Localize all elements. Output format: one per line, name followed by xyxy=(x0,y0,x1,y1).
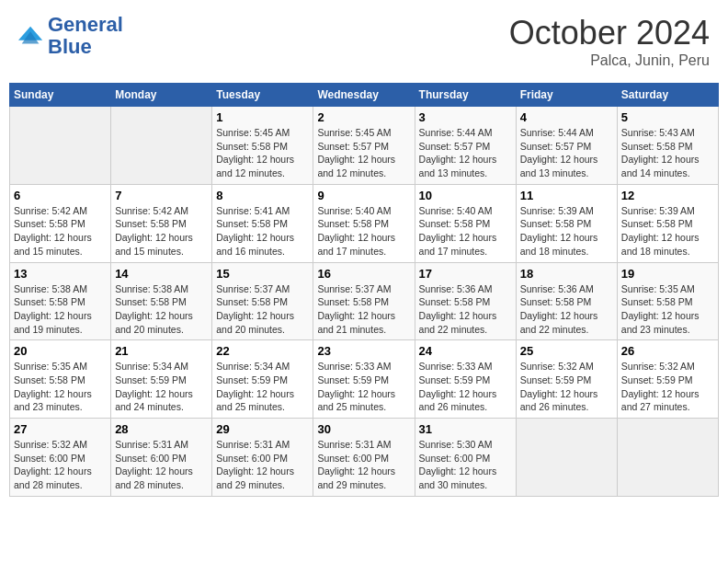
calendar-cell xyxy=(111,107,212,185)
title-block: October 2024 Palca, Junin, Peru xyxy=(509,14,710,69)
day-number: 10 xyxy=(419,189,512,202)
day-content: Sunrise: 5:34 AM Sunset: 5:59 PM Dayligh… xyxy=(115,360,208,414)
day-content: Sunrise: 5:31 AM Sunset: 6:00 PM Dayligh… xyxy=(216,438,309,492)
day-number: 13 xyxy=(14,267,107,281)
day-number: 21 xyxy=(115,344,208,358)
calendar-cell: 1Sunrise: 5:45 AM Sunset: 5:58 PM Daylig… xyxy=(212,107,313,185)
day-content: Sunrise: 5:44 AM Sunset: 5:57 PM Dayligh… xyxy=(520,126,613,180)
day-content: Sunrise: 5:40 AM Sunset: 5:58 PM Dayligh… xyxy=(419,204,512,259)
calendar-header: SundayMondayTuesdayWednesdayThursdayFrid… xyxy=(10,84,719,107)
calendar-table: SundayMondayTuesdayWednesdayThursdayFrid… xyxy=(9,83,719,497)
day-content: Sunrise: 5:31 AM Sunset: 6:00 PM Dayligh… xyxy=(317,438,410,492)
day-number: 4 xyxy=(520,110,613,124)
day-number: 5 xyxy=(621,110,714,124)
calendar-cell: 9Sunrise: 5:40 AM Sunset: 5:58 PM Daylig… xyxy=(313,184,415,262)
day-number: 30 xyxy=(317,422,410,436)
day-content: Sunrise: 5:37 AM Sunset: 5:58 PM Dayligh… xyxy=(216,282,309,337)
day-content: Sunrise: 5:39 AM Sunset: 5:58 PM Dayligh… xyxy=(520,204,613,259)
calendar-cell: 28Sunrise: 5:31 AM Sunset: 6:00 PM Dayli… xyxy=(111,419,212,497)
day-number: 18 xyxy=(520,267,613,281)
day-number: 2 xyxy=(317,110,410,124)
weekday-header-sunday: Sunday xyxy=(10,84,111,107)
calendar-cell: 5Sunrise: 5:43 AM Sunset: 5:58 PM Daylig… xyxy=(617,107,718,185)
weekday-header-row: SundayMondayTuesdayWednesdayThursdayFrid… xyxy=(10,84,719,107)
weekday-header-friday: Friday xyxy=(516,84,617,107)
day-number: 19 xyxy=(621,267,714,281)
calendar-week-5: 27Sunrise: 5:32 AM Sunset: 6:00 PM Dayli… xyxy=(10,419,719,497)
day-content: Sunrise: 5:38 AM Sunset: 5:58 PM Dayligh… xyxy=(115,282,208,337)
calendar-cell: 13Sunrise: 5:38 AM Sunset: 5:58 PM Dayli… xyxy=(10,262,111,340)
day-number: 14 xyxy=(115,267,208,281)
day-content: Sunrise: 5:34 AM Sunset: 5:59 PM Dayligh… xyxy=(216,360,309,414)
logo-text: General Blue xyxy=(48,14,123,58)
page-header: General Blue October 2024 Palca, Junin, … xyxy=(9,9,719,74)
day-content: Sunrise: 5:32 AM Sunset: 5:59 PM Dayligh… xyxy=(621,360,714,414)
calendar-cell: 24Sunrise: 5:33 AM Sunset: 5:59 PM Dayli… xyxy=(415,340,516,419)
calendar-cell: 12Sunrise: 5:39 AM Sunset: 5:58 PM Dayli… xyxy=(617,184,718,262)
calendar-cell: 20Sunrise: 5:35 AM Sunset: 5:58 PM Dayli… xyxy=(10,340,111,419)
calendar-cell: 4Sunrise: 5:44 AM Sunset: 5:57 PM Daylig… xyxy=(516,107,617,185)
day-content: Sunrise: 5:39 AM Sunset: 5:58 PM Dayligh… xyxy=(621,204,714,259)
day-content: Sunrise: 5:36 AM Sunset: 5:58 PM Dayligh… xyxy=(419,282,512,337)
day-content: Sunrise: 5:32 AM Sunset: 6:00 PM Dayligh… xyxy=(14,438,107,492)
calendar-cell: 17Sunrise: 5:36 AM Sunset: 5:58 PM Dayli… xyxy=(415,262,516,340)
calendar-cell: 11Sunrise: 5:39 AM Sunset: 5:58 PM Dayli… xyxy=(516,184,617,262)
calendar-cell: 14Sunrise: 5:38 AM Sunset: 5:58 PM Dayli… xyxy=(111,262,212,340)
calendar-cell: 30Sunrise: 5:31 AM Sunset: 6:00 PM Dayli… xyxy=(313,419,415,497)
calendar-body: 1Sunrise: 5:45 AM Sunset: 5:58 PM Daylig… xyxy=(10,107,719,497)
day-number: 27 xyxy=(14,422,107,436)
calendar-subtitle: Palca, Junin, Peru xyxy=(509,52,710,69)
day-number: 25 xyxy=(520,344,613,358)
day-number: 6 xyxy=(14,189,107,202)
day-number: 12 xyxy=(621,189,714,202)
day-number: 26 xyxy=(621,344,714,358)
day-number: 24 xyxy=(419,344,512,358)
day-number: 17 xyxy=(419,267,512,281)
calendar-week-2: 6Sunrise: 5:42 AM Sunset: 5:58 PM Daylig… xyxy=(10,184,719,262)
calendar-cell: 8Sunrise: 5:41 AM Sunset: 5:58 PM Daylig… xyxy=(212,184,313,262)
calendar-title: October 2024 xyxy=(509,14,710,52)
day-number: 8 xyxy=(216,189,309,202)
logo-icon xyxy=(18,23,44,49)
weekday-header-monday: Monday xyxy=(111,84,212,107)
calendar-week-1: 1Sunrise: 5:45 AM Sunset: 5:58 PM Daylig… xyxy=(10,107,719,185)
calendar-cell xyxy=(10,107,111,185)
day-content: Sunrise: 5:43 AM Sunset: 5:58 PM Dayligh… xyxy=(621,126,714,180)
day-content: Sunrise: 5:32 AM Sunset: 5:59 PM Dayligh… xyxy=(520,360,613,414)
day-number: 31 xyxy=(419,422,512,436)
calendar-cell: 27Sunrise: 5:32 AM Sunset: 6:00 PM Dayli… xyxy=(10,419,111,497)
weekday-header-wednesday: Wednesday xyxy=(313,84,415,107)
calendar-cell: 21Sunrise: 5:34 AM Sunset: 5:59 PM Dayli… xyxy=(111,340,212,419)
day-number: 28 xyxy=(115,422,208,436)
day-content: Sunrise: 5:38 AM Sunset: 5:58 PM Dayligh… xyxy=(14,282,107,337)
calendar-week-4: 20Sunrise: 5:35 AM Sunset: 5:58 PM Dayli… xyxy=(10,340,719,419)
day-content: Sunrise: 5:40 AM Sunset: 5:58 PM Dayligh… xyxy=(317,204,410,259)
logo: General Blue xyxy=(18,14,123,58)
logo-line2: Blue xyxy=(48,36,123,58)
day-number: 16 xyxy=(317,267,410,281)
calendar-cell: 29Sunrise: 5:31 AM Sunset: 6:00 PM Dayli… xyxy=(212,419,313,497)
calendar-cell: 23Sunrise: 5:33 AM Sunset: 5:59 PM Dayli… xyxy=(313,340,415,419)
calendar-cell: 3Sunrise: 5:44 AM Sunset: 5:57 PM Daylig… xyxy=(415,107,516,185)
weekday-header-tuesday: Tuesday xyxy=(212,84,313,107)
calendar-cell: 19Sunrise: 5:35 AM Sunset: 5:58 PM Dayli… xyxy=(617,262,718,340)
calendar-cell: 18Sunrise: 5:36 AM Sunset: 5:58 PM Dayli… xyxy=(516,262,617,340)
day-content: Sunrise: 5:31 AM Sunset: 6:00 PM Dayligh… xyxy=(115,438,208,492)
calendar-cell xyxy=(516,419,617,497)
day-number: 9 xyxy=(317,189,410,202)
day-content: Sunrise: 5:37 AM Sunset: 5:58 PM Dayligh… xyxy=(317,282,410,337)
weekday-header-thursday: Thursday xyxy=(415,84,516,107)
calendar-week-3: 13Sunrise: 5:38 AM Sunset: 5:58 PM Dayli… xyxy=(10,262,719,340)
day-number: 7 xyxy=(115,189,208,202)
day-number: 11 xyxy=(520,189,613,202)
day-content: Sunrise: 5:42 AM Sunset: 5:58 PM Dayligh… xyxy=(115,204,208,259)
day-number: 23 xyxy=(317,344,410,358)
day-number: 15 xyxy=(216,267,309,281)
calendar-cell xyxy=(617,419,718,497)
calendar-cell: 26Sunrise: 5:32 AM Sunset: 5:59 PM Dayli… xyxy=(617,340,718,419)
day-content: Sunrise: 5:35 AM Sunset: 5:58 PM Dayligh… xyxy=(14,360,107,414)
day-content: Sunrise: 5:33 AM Sunset: 5:59 PM Dayligh… xyxy=(419,360,512,414)
day-content: Sunrise: 5:44 AM Sunset: 5:57 PM Dayligh… xyxy=(419,126,512,180)
day-number: 1 xyxy=(216,110,309,124)
day-content: Sunrise: 5:33 AM Sunset: 5:59 PM Dayligh… xyxy=(317,360,410,414)
